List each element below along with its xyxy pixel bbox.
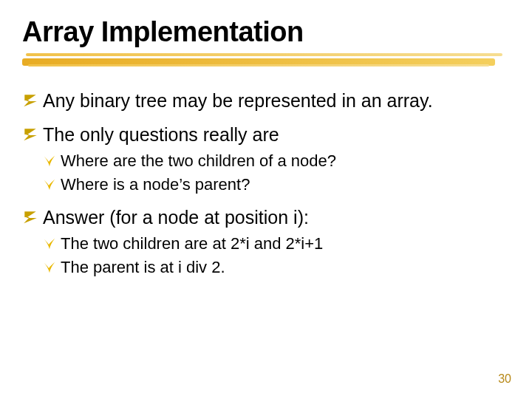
bullet-level2: Where are the two children of a node? <box>22 151 502 171</box>
y-bullet-icon <box>43 174 56 191</box>
bullet-text: Any binary tree may be represented in an… <box>43 90 433 111</box>
bullet-group: Any binary tree may be represented in an… <box>22 89 502 112</box>
sub-bullet-text: The two children are at 2*i and 2*i+1 <box>61 234 323 253</box>
slide-title: Array Implementation <box>22 16 304 48</box>
bullet-text: The only questions really are <box>43 124 279 145</box>
sub-bullet-text: Where is a node’s parent? <box>61 175 250 194</box>
y-bullet-icon <box>43 233 56 250</box>
bullet-level2: Where is a node’s parent? <box>22 174 502 195</box>
bullet-level1: The only questions really are <box>22 123 502 146</box>
z-bullet-icon <box>22 205 38 225</box>
y-bullet-icon <box>43 151 56 168</box>
svg-marker-2 <box>24 212 37 224</box>
title-underline <box>22 53 502 66</box>
bullet-text: Answer (for a node at position i): <box>43 207 309 228</box>
sub-bullet-text: The parent is at i div 2. <box>61 258 225 276</box>
z-bullet-icon <box>22 123 38 143</box>
svg-marker-0 <box>24 95 37 106</box>
z-bullet-icon <box>22 89 38 109</box>
bullet-group: The only questions really are Where are … <box>22 123 502 195</box>
bullet-level2: The parent is at i div 2. <box>22 257 502 278</box>
sub-bullet-text: Where are the two children of a node? <box>61 151 336 170</box>
y-bullet-icon <box>43 257 56 274</box>
svg-marker-1 <box>24 129 37 140</box>
bullet-group: Answer (for a node at position i): The t… <box>22 205 502 278</box>
bullet-level2: The two children are at 2*i and 2*i+1 <box>22 233 502 254</box>
bullet-level1: Answer (for a node at position i): <box>22 205 502 229</box>
bullet-level1: Any binary tree may be represented in an… <box>22 89 502 112</box>
slide-title-wrap: Array Implementation <box>22 16 304 48</box>
slide-body: Any binary tree may be represented in an… <box>22 89 502 289</box>
page-number: 30 <box>498 372 511 386</box>
